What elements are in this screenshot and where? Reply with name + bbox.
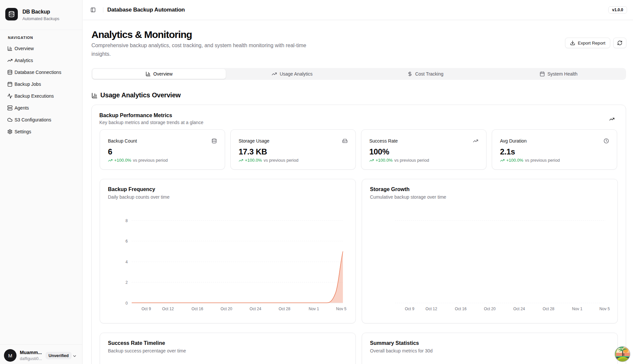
svg-text:Nov 5: Nov 5: [599, 307, 610, 311]
svg-text:Nov 1: Nov 1: [572, 307, 583, 311]
svg-text:Oct 9: Oct 9: [405, 307, 415, 311]
svg-text:4: 4: [125, 260, 128, 264]
svg-text:Nov 5: Nov 5: [336, 307, 347, 311]
svg-text:Oct 24: Oct 24: [513, 307, 525, 311]
svg-text:Oct 20: Oct 20: [484, 307, 496, 311]
svg-text:8: 8: [125, 218, 128, 223]
svg-text:0: 0: [125, 301, 128, 306]
svg-text:2: 2: [125, 280, 128, 285]
svg-text:Oct 20: Oct 20: [220, 307, 232, 311]
svg-text:6: 6: [125, 239, 128, 244]
svg-text:Oct 28: Oct 28: [279, 307, 290, 311]
svg-text:Oct 12: Oct 12: [162, 307, 174, 311]
svg-text:Oct 16: Oct 16: [191, 307, 203, 311]
svg-text:Oct 28: Oct 28: [543, 307, 554, 311]
svg-text:Oct 12: Oct 12: [425, 307, 437, 311]
svg-text:Nov 1: Nov 1: [309, 307, 319, 311]
svg-text:Oct 16: Oct 16: [455, 307, 467, 311]
svg-text:Oct 9: Oct 9: [142, 307, 151, 311]
svg-text:Oct 24: Oct 24: [250, 307, 261, 311]
